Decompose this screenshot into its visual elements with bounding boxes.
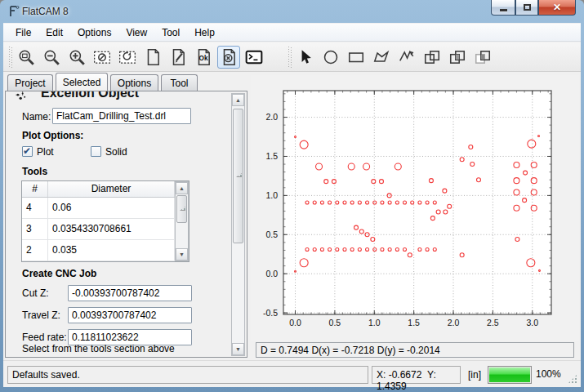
title-bar[interactable]: FlatCAM 8 ✕	[0, 0, 584, 23]
draw-rectangle-button[interactable]	[345, 46, 368, 69]
cnc-job-label: Create CNC Job	[22, 268, 96, 279]
menu-help[interactable]: Help	[187, 25, 222, 40]
subtract-tool-button[interactable]	[471, 46, 494, 69]
scroll-down-icon[interactable]: ▼	[232, 343, 244, 355]
intersection-icon	[448, 48, 466, 66]
menu-options[interactable]: Options	[70, 25, 118, 40]
drill-plot: 0.00.51.01.52.02.53.0-0.50.00.51.01.52.0	[252, 82, 563, 334]
rectangle-icon	[347, 48, 365, 66]
svg-text:-0.5: -0.5	[263, 308, 278, 318]
svg-text:1.5: 1.5	[265, 151, 278, 161]
circle-icon	[322, 48, 340, 66]
minimize-icon	[500, 9, 507, 11]
menu-bar: FileEditOptionsViewToolHelp	[3, 24, 581, 42]
svg-text:0.0: 0.0	[265, 269, 278, 278]
distance-readout: D = 0.7494 D(x) = -0.7218 D(y) = -0.2014	[256, 342, 574, 358]
scroll-down-icon[interactable]: ▼	[176, 248, 188, 261]
tool-row[interactable]: 20.035	[22, 240, 189, 261]
intersection-tool-button[interactable]	[446, 46, 469, 69]
minimize-button[interactable]	[491, 0, 515, 16]
draw-polygon-button[interactable]	[370, 46, 393, 69]
svg-text:0.0: 0.0	[289, 318, 301, 327]
travel-z-input[interactable]	[68, 307, 192, 323]
svg-text:0.5: 0.5	[329, 318, 341, 327]
tool-row[interactable]: 40.06	[22, 198, 189, 219]
flatcam-logo-icon	[7, 5, 20, 18]
svg-text:3.0: 3.0	[526, 318, 538, 327]
name-input[interactable]	[52, 108, 191, 124]
svg-text:1.0: 1.0	[368, 318, 381, 327]
plot-checkbox-label: Plot	[37, 146, 54, 158]
svg-text:2.0: 2.0	[448, 318, 460, 327]
excellon-object-icon	[14, 91, 29, 104]
tool-number: 4	[22, 198, 48, 218]
tool-diameter: 0.06	[48, 198, 175, 218]
selected-panel: Excellon Object Name: Plot Options: Plot…	[5, 91, 247, 358]
plot-options-label: Plot Options:	[22, 130, 83, 141]
resize-grip-icon[interactable]	[568, 374, 577, 384]
union-tool-button[interactable]	[421, 46, 444, 69]
solid-checkbox-label: Solid	[105, 146, 127, 158]
field-label: Cut Z:	[22, 287, 49, 299]
object-title: Excellon Object	[41, 91, 204, 105]
toolbar: Ok	[3, 42, 581, 72]
subtract-icon	[474, 48, 492, 66]
menu-view[interactable]: View	[118, 25, 154, 40]
svg-text:0.5: 0.5	[265, 229, 278, 239]
select-tool-button[interactable]	[294, 46, 317, 69]
tab-options[interactable]: Options	[110, 74, 158, 91]
svg-text:2.5: 2.5	[487, 318, 499, 327]
flatcam-window: FlatCAM 8 ✕ FileEditOptionsViewToolHelp …	[0, 0, 584, 392]
draw-polyline-button[interactable]	[395, 46, 418, 69]
field-label: Travel Z:	[22, 310, 60, 321]
name-label: Name:	[22, 111, 51, 122]
tool-diameter: 0.035	[48, 240, 175, 261]
units-indicator: [in]	[464, 366, 485, 384]
tool-diameter: 0.0354330708661	[48, 219, 175, 239]
menu-file[interactable]: File	[8, 25, 38, 40]
status-message: Defaults saved.	[7, 366, 368, 384]
cut-z-input[interactable]	[68, 285, 192, 301]
progress-percent: 100%	[536, 368, 561, 380]
menu-edit[interactable]: Edit	[38, 25, 70, 40]
tab-selected[interactable]: Selected	[56, 73, 108, 91]
tool-number: 3	[22, 219, 48, 239]
tab-project[interactable]: Project	[7, 74, 53, 91]
tools-hint: Select from the tools section above	[22, 343, 175, 354]
maximize-icon	[524, 4, 531, 11]
draw-circle-button[interactable]	[319, 46, 342, 69]
svg-text:1.5: 1.5	[408, 318, 420, 327]
union-icon	[423, 48, 441, 66]
cursor-coordinates: X: -0.6672 Y: 1.4359	[372, 366, 461, 384]
col-header-diameter[interactable]: Diameter	[48, 181, 175, 197]
scroll-up-icon[interactable]: ▲	[176, 182, 188, 194]
solid-checkbox[interactable]	[91, 146, 101, 157]
polygon-icon	[372, 48, 390, 66]
maximize-button[interactable]	[515, 0, 538, 16]
tools-table[interactable]: #Diameter 40.0630.035433070866120.035 ▲ …	[21, 180, 189, 262]
scroll-up-icon[interactable]: ▲	[232, 94, 244, 106]
tab-tool[interactable]: Tool	[161, 74, 198, 91]
tool-number: 2	[22, 240, 48, 261]
progress-bar	[488, 366, 532, 384]
scrollbar-thumb[interactable]	[176, 195, 187, 223]
svg-text:2.0: 2.0	[265, 112, 278, 122]
cursor-icon	[296, 48, 314, 66]
plot-canvas[interactable]: 0.00.51.01.52.02.53.0-0.50.00.51.01.52.0	[251, 75, 579, 341]
polyline-icon	[398, 48, 416, 66]
tool-row[interactable]: 30.0354330708661	[22, 219, 189, 240]
tab-bar: ProjectSelectedOptionsTool	[5, 73, 247, 91]
tools-table-header: #Diameter	[22, 181, 189, 198]
status-bar: Defaults saved. X: -0.6672 Y: 1.4359 [in…	[3, 360, 581, 387]
scrollbar-thumb[interactable]	[233, 109, 243, 243]
close-button[interactable]: ✕	[538, 0, 576, 16]
panel-scrollbar[interactable]: ▲ ▼	[231, 93, 245, 356]
svg-text:1.0: 1.0	[265, 190, 278, 200]
tools-label: Tools	[22, 166, 47, 177]
plot-checkbox[interactable]	[22, 146, 33, 157]
window-title: FlatCAM 8	[22, 6, 69, 17]
menu-tool[interactable]: Tool	[154, 25, 187, 40]
tools-table-scrollbar[interactable]: ▲ ▼	[175, 181, 189, 261]
col-header-number[interactable]: #	[22, 181, 48, 197]
field-label: Feed rate:	[22, 332, 67, 343]
